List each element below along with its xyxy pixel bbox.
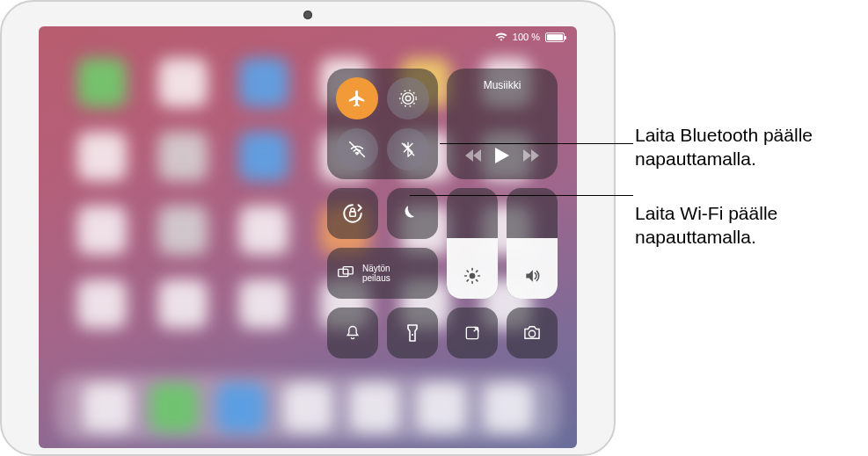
media-controls <box>465 148 539 163</box>
play-icon <box>495 148 509 163</box>
prev-track-button[interactable] <box>465 149 481 162</box>
front-camera <box>303 11 312 19</box>
camera-button[interactable] <box>507 308 558 358</box>
airplane-icon <box>347 89 367 108</box>
battery-icon <box>545 33 565 42</box>
flashlight-icon <box>405 323 419 343</box>
bluetooth-button[interactable] <box>387 128 429 170</box>
brightness-icon <box>463 267 481 288</box>
wifi-off-icon <box>347 140 367 159</box>
callout-bluetooth: Laita Bluetooth päälle napauttamalla. <box>635 123 861 171</box>
svg-rect-5 <box>350 212 356 216</box>
airdrop-button[interactable] <box>387 77 429 119</box>
wifi-button[interactable] <box>336 128 378 170</box>
volume-icon <box>523 267 541 288</box>
quick-note-button[interactable] <box>447 308 498 358</box>
camera-icon <box>522 325 542 341</box>
bell-icon <box>344 324 361 342</box>
svg-line-13 <box>467 271 468 271</box>
svg-point-8 <box>470 273 476 279</box>
svg-point-1 <box>403 93 414 105</box>
svg-line-15 <box>467 280 468 281</box>
screen-mirror-icon <box>336 264 355 283</box>
note-icon <box>463 324 481 342</box>
airplane-mode-button[interactable] <box>336 77 378 119</box>
rotation-lock-button[interactable] <box>327 188 378 239</box>
airdrop-icon <box>398 89 418 108</box>
mute-button[interactable] <box>327 308 378 358</box>
flashlight-button[interactable] <box>387 308 438 358</box>
svg-point-18 <box>529 330 535 337</box>
rotation-lock-icon <box>341 202 364 225</box>
brightness-slider[interactable] <box>447 188 498 299</box>
callout-wifi: Laita Wi-Fi päälle napauttamalla. <box>635 201 861 250</box>
screen-mirror-button[interactable]: Näytön peilaus <box>327 248 438 299</box>
status-bar: 100 % <box>495 32 565 42</box>
callouts-column: Laita Bluetooth päälle napauttamalla. La… <box>616 0 868 456</box>
next-track-icon <box>523 149 539 162</box>
screen-mirror-label: Näytön peilaus <box>362 264 390 283</box>
bluetooth-off-icon <box>399 141 417 158</box>
do-not-disturb-icon <box>402 203 423 224</box>
wifi-status-icon <box>495 33 507 41</box>
callout-leader-line <box>440 143 633 144</box>
prev-track-icon <box>465 149 481 162</box>
svg-line-14 <box>477 280 478 281</box>
screen: 100 % Musiikki <box>39 26 577 448</box>
media-playback-group[interactable]: Musiikki <box>447 69 558 179</box>
play-button[interactable] <box>495 148 509 163</box>
control-center: Musiikki <box>327 69 558 418</box>
next-track-button[interactable] <box>523 149 539 162</box>
volume-slider[interactable] <box>507 188 558 299</box>
svg-point-0 <box>405 96 411 101</box>
svg-line-16 <box>477 271 478 271</box>
connectivity-group <box>327 69 438 179</box>
ipad-device-frame: 100 % Musiikki <box>0 0 616 456</box>
media-title: Musiikki <box>484 79 522 91</box>
callout-leader-line <box>410 195 633 196</box>
battery-percent: 100 % <box>513 32 540 42</box>
